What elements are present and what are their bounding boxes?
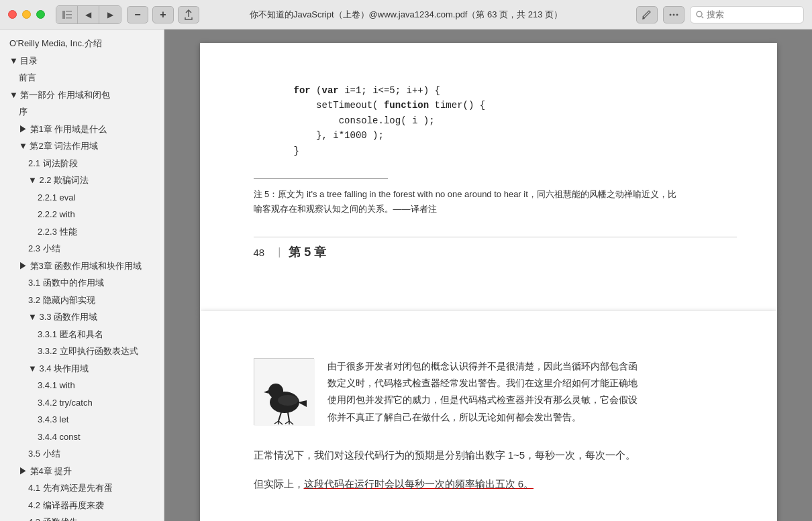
sidebar-item-s341[interactable]: 3.4.1 with	[0, 377, 164, 394]
sidebar-item-ch1[interactable]: ▶ 第1章 作用域是什么	[0, 121, 164, 138]
paragraph-2: 但实际上，这段代码在运行时会以每秒一次的频率输出五次 6。	[254, 475, 737, 494]
bird-section: 由于很多开发者对闭包的概念认识得并不是很清楚，因此当循环内部包含函 数定义时，代…	[254, 358, 737, 426]
bird-image	[254, 358, 314, 425]
chapter-title: 第 5 章	[289, 244, 326, 260]
zoom-in-button[interactable]: +	[152, 6, 174, 23]
close-button[interactable]	[8, 10, 17, 19]
main-area: O'Reilly Media, Inc.介绍 ▼ 目录 前言 ▼ 第一部分 作用…	[0, 30, 812, 521]
sidebar-item-toc[interactable]: ▼ 目录	[0, 52, 164, 70]
code-block: for (var i=1; i<=5; i++) { setTimeout( f…	[294, 83, 737, 158]
svg-line-8	[702, 16, 704, 18]
sidebar-item-s331[interactable]: 3.3.1 匿名和具名	[0, 326, 164, 343]
sidebar-item-s342[interactable]: 3.4.2 try/catch	[0, 394, 164, 412]
titlebar: ◀ ▶ − + 你不知道的JavaScript（上卷）@www.java1234…	[0, 0, 812, 30]
svg-rect-2	[66, 14, 72, 15]
toolbar-right	[636, 6, 804, 23]
search-input[interactable]	[707, 9, 794, 19]
svg-point-11	[268, 384, 283, 398]
footnote-text: 注 5：原文为 it's a tree falling in the fores…	[254, 187, 723, 217]
share-button[interactable]	[178, 6, 199, 23]
sidebar-toggle-button[interactable]	[56, 6, 78, 23]
sidebar-item-s222[interactable]: 2.2.2 with	[0, 206, 164, 223]
underlined-text: 这段代码在运行时会以每秒一次的频率输出五次 6。	[304, 478, 534, 489]
page-footer: 48 | 第 5 章	[254, 237, 737, 260]
minimize-button[interactable]	[22, 10, 31, 19]
sidebar-item-s31[interactable]: 3.1 函数中的作用域	[0, 274, 164, 292]
sidebar-item-s41[interactable]: 4.1 先有鸡还是先有蛋	[0, 479, 164, 497]
sidebar-item-s35[interactable]: 3.5 小结	[0, 445, 164, 463]
nav-buttons: ◀ ▶	[56, 5, 121, 24]
pdf-page-2: 由于很多开发者对闭包的概念认识得并不是很清楚，因此当循环内部包含函 数定义时，代…	[200, 311, 777, 521]
sidebar-item-s23[interactable]: 2.3 小结	[0, 240, 164, 257]
search-box[interactable]	[690, 6, 804, 23]
zoom-out-button[interactable]: −	[127, 6, 148, 23]
svg-point-5	[673, 13, 675, 15]
svg-point-7	[697, 11, 702, 17]
window-controls	[8, 10, 45, 19]
nav-back-button[interactable]: ◀	[78, 6, 99, 23]
sidebar-item-ch4[interactable]: ▶ 第4章 提升	[0, 463, 164, 480]
search-icon	[696, 11, 704, 19]
footer-divider: |	[278, 246, 281, 258]
svg-point-14	[278, 395, 298, 406]
sidebar-item-s43[interactable]: 4.3 函数优先	[0, 514, 164, 521]
sidebar-item-ch2[interactable]: ▼ 第2章 词法作用域	[0, 137, 164, 155]
sidebar-item-ch3[interactable]: ▶ 第3章 函数作用域和块作用域	[0, 257, 164, 275]
sidebar-item-s42[interactable]: 4.2 编译器再度来袭	[0, 497, 164, 514]
svg-point-4	[670, 13, 672, 15]
annotate-button[interactable]	[636, 6, 658, 23]
svg-rect-0	[62, 11, 65, 19]
sidebar-item-oreilly[interactable]: O'Reilly Media, Inc.介绍	[0, 35, 164, 52]
svg-rect-1	[66, 11, 72, 12]
footnote-line	[254, 178, 388, 179]
sidebar-item-preface[interactable]: 前言	[0, 69, 164, 86]
window-title: 你不知道的JavaScript（上卷）@www.java1234.com.pdf…	[250, 9, 562, 21]
svg-rect-3	[66, 17, 72, 19]
svg-point-6	[676, 13, 678, 15]
sidebar-item-s344[interactable]: 3.4.4 const	[0, 428, 164, 446]
sidebar-item-s332[interactable]: 3.3.2 立即执行函数表达式	[0, 343, 164, 360]
nav-forward-button[interactable]: ▶	[99, 6, 121, 23]
sidebar-item-s343[interactable]: 3.4.3 let	[0, 411, 164, 428]
more-actions-button[interactable]	[663, 6, 684, 23]
page-number: 48	[254, 247, 265, 258]
sidebar-item-preface2[interactable]: 序	[0, 103, 164, 121]
sidebar-item-s34[interactable]: ▼ 3.4 块作用域	[0, 360, 164, 378]
sidebar-item-s223[interactable]: 2.2.3 性能	[0, 223, 164, 241]
sidebar-item-s221[interactable]: 2.2.1 eval	[0, 189, 164, 207]
sidebar: O'Reilly Media, Inc.介绍 ▼ 目录 前言 ▼ 第一部分 作用…	[0, 30, 164, 521]
sidebar-item-s22[interactable]: ▼ 2.2 欺骗词法	[0, 172, 164, 189]
pdf-area[interactable]: for (var i=1; i<=5; i++) { setTimeout( f…	[164, 30, 812, 521]
paragraph-1: 正常情况下，我们对这段代码行为的预期是分别输出数字 1~5，每秒一次，每次一个。	[254, 446, 737, 465]
pdf-page-1: for (var i=1; i<=5; i++) { setTimeout( f…	[200, 43, 777, 311]
sidebar-item-s33[interactable]: ▼ 3.3 函数作用域	[0, 308, 164, 326]
bird-description: 由于很多开发者对闭包的概念认识得并不是很清楚，因此当循环内部包含函 数定义时，代…	[327, 358, 737, 426]
sidebar-item-s21[interactable]: 2.1 词法阶段	[0, 155, 164, 172]
maximize-button[interactable]	[36, 10, 45, 19]
sidebar-item-s32[interactable]: 3.2 隐藏内部实现	[0, 292, 164, 309]
sidebar-item-part1[interactable]: ▼ 第一部分 作用域和闭包	[0, 86, 164, 104]
